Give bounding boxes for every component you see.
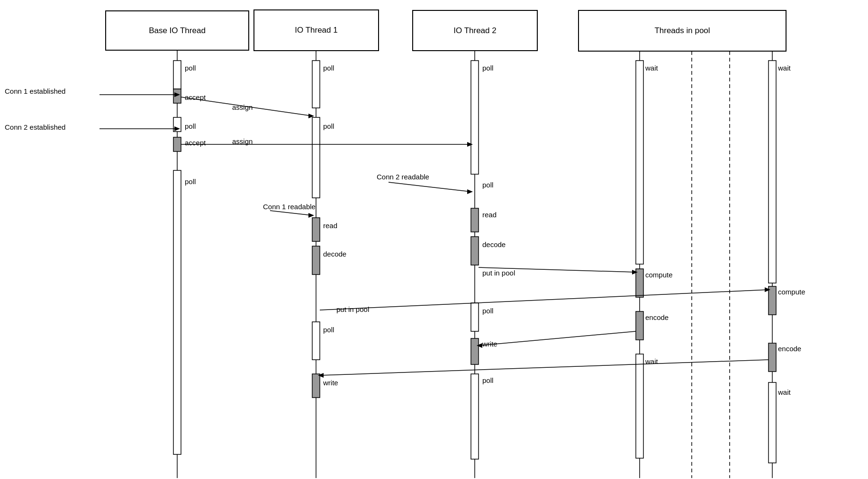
svg-line-46: [320, 290, 769, 310]
svg-layer: [0, 0, 868, 479]
svg-rect-29: [769, 286, 776, 315]
svg-rect-19: [471, 208, 479, 232]
svg-rect-31: [769, 382, 776, 463]
label-pool1-wait2: wait: [645, 357, 658, 365]
actor-io-thread-1: IO Thread 1: [253, 9, 379, 51]
label-io1-read: read: [323, 222, 337, 230]
svg-rect-10: [173, 137, 181, 151]
svg-marker-41: [308, 213, 314, 218]
label-io2-read: read: [482, 211, 497, 219]
label-io1-poll3: poll: [323, 326, 334, 334]
label-io2-poll2: poll: [482, 181, 493, 189]
svg-rect-27: [636, 354, 643, 458]
svg-rect-22: [471, 338, 479, 364]
label-pool4-wait2: wait: [778, 388, 791, 396]
label-io2-poll3: poll: [482, 307, 493, 315]
label-conn2-readable: Conn 2 readable: [377, 173, 429, 181]
label-io2-write: write: [482, 340, 497, 348]
label-io2-put-in-pool: put in pool: [482, 269, 515, 277]
label-io2-poll1: poll: [482, 64, 493, 72]
label-pool4-encode: encode: [778, 345, 801, 353]
actor-base-io-thread: Base IO Thread: [105, 10, 249, 51]
svg-line-42: [389, 182, 471, 192]
svg-rect-17: [312, 374, 320, 398]
label-conn1-established: Conn 1 established: [5, 87, 65, 95]
label-io1-poll1: poll: [323, 64, 334, 72]
svg-rect-16: [312, 322, 320, 360]
sequence-diagram: Base IO Thread IO Thread 1 IO Thread 2 T…: [0, 0, 868, 479]
svg-line-48: [479, 331, 636, 346]
svg-rect-23: [471, 374, 479, 459]
svg-rect-25: [636, 269, 643, 297]
svg-rect-13: [312, 117, 320, 198]
svg-rect-18: [471, 61, 479, 174]
label-conn2-established: Conn 2 established: [5, 123, 65, 131]
svg-rect-14: [312, 218, 320, 241]
label-pool1-encode: encode: [645, 313, 669, 321]
svg-rect-30: [769, 343, 776, 372]
svg-rect-15: [312, 246, 320, 275]
svg-line-50: [320, 360, 769, 375]
svg-rect-7: [173, 61, 181, 89]
label-conn1-readable: Conn 1 readable: [263, 203, 316, 211]
label-pool4-wait1: wait: [778, 64, 791, 72]
svg-rect-12: [312, 61, 320, 108]
svg-rect-28: [769, 61, 776, 283]
label-base-accept1: accept: [185, 93, 206, 101]
svg-rect-21: [471, 303, 479, 331]
label-base-accept2: accept: [185, 139, 206, 147]
label-pool1-compute: compute: [645, 271, 673, 279]
svg-rect-24: [636, 61, 643, 264]
svg-rect-26: [636, 311, 643, 340]
svg-marker-43: [467, 189, 473, 194]
svg-rect-11: [173, 170, 181, 454]
label-io1-poll2: poll: [323, 122, 334, 130]
label-assign1: assign: [232, 103, 253, 111]
label-assign2: assign: [232, 137, 253, 145]
svg-rect-20: [471, 237, 479, 265]
label-base-poll2: poll: [185, 122, 196, 130]
actor-threads-pool: Threads in pool: [578, 10, 787, 52]
label-base-poll1: poll: [185, 64, 196, 72]
label-io2-decode: decode: [482, 240, 506, 248]
label-base-poll3: poll: [185, 177, 196, 186]
label-pool4-compute: compute: [778, 288, 805, 296]
label-io1-write: write: [323, 379, 338, 387]
svg-line-40: [270, 211, 312, 215]
label-io1-decode: decode: [323, 250, 346, 258]
label-io2-poll4: poll: [482, 376, 493, 384]
label-pool1-wait1: wait: [645, 64, 658, 72]
label-io1-put-in-pool: put in pool: [336, 305, 369, 313]
actor-io-thread-2: IO Thread 2: [412, 10, 538, 51]
